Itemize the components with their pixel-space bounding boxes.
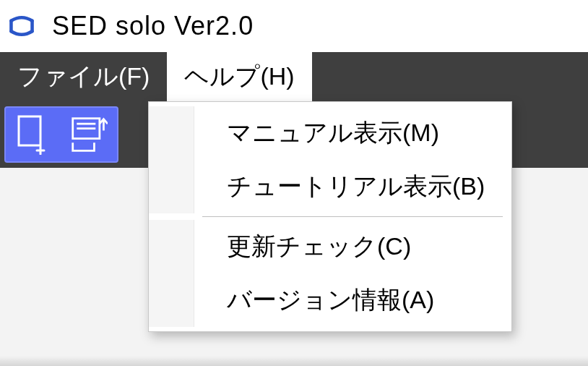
menu-manual[interactable]: マニュアル表示(M)	[149, 106, 511, 160]
help-dropdown: マニュアル表示(M) チュートリアル表示(B) 更新チェック(C) バージョン情…	[148, 101, 512, 332]
menu-update-check[interactable]: 更新チェック(C)	[149, 220, 511, 273]
menu-version-info[interactable]: バージョン情報(A)	[149, 273, 511, 327]
new-doc-icon	[17, 114, 51, 155]
svg-rect-0	[19, 116, 40, 145]
menu-separator	[202, 216, 503, 217]
app-icon	[6, 10, 38, 42]
titlebar: SED solo Ver2.0	[0, 0, 588, 52]
open-folder-icon	[70, 114, 108, 155]
open-folder-button[interactable]	[68, 112, 110, 157]
toolbar-group	[4, 106, 118, 163]
menu-tutorial[interactable]: チュートリアル表示(B)	[149, 160, 511, 213]
menubar: ファイル(F) ヘルプ(H) マニュアル表示(M) チュートリアル表示(B) 更…	[0, 52, 588, 101]
new-doc-button[interactable]	[13, 112, 55, 157]
menu-help[interactable]: ヘルプ(H)	[167, 52, 311, 101]
app-title: SED solo Ver2.0	[52, 11, 254, 41]
menu-file[interactable]: ファイル(F)	[0, 52, 167, 101]
